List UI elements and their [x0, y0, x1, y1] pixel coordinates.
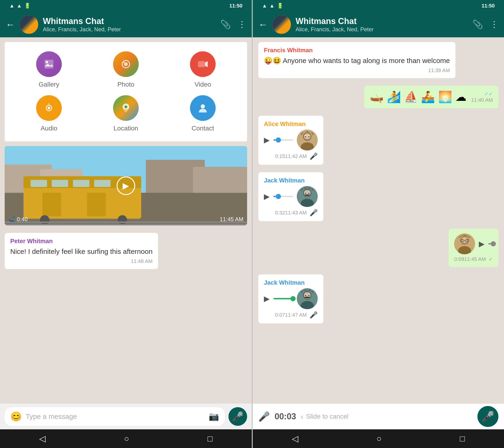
- more-menu-icon-right[interactable]: ⋮: [490, 19, 498, 29]
- jack-waveform: [273, 196, 293, 197]
- contact-icon: [190, 95, 216, 121]
- alice-play-button[interactable]: ▶: [264, 136, 270, 144]
- svg-point-41: [305, 193, 306, 194]
- rec-mic-icon[interactable]: 🎤: [258, 411, 270, 422]
- francis-message: Francis Whitman 😜😆 Anyone who wants to t…: [258, 42, 455, 78]
- svg-rect-4: [198, 61, 205, 67]
- svg-rect-21: [42, 193, 61, 216]
- peter-message-text: Nice! I definitely feel like surfing thi…: [10, 247, 152, 256]
- emoji-message-wrap: 🛶 🏄 ⛵ 🚣 🌅 ☁ ✓✓ 11:40 AM: [258, 86, 498, 112]
- play-button[interactable]: ▶: [117, 176, 135, 195]
- attach-gallery[interactable]: Gallery: [14, 51, 84, 88]
- emoji-ticks: ✓✓: [485, 91, 493, 97]
- svg-rect-0: [45, 60, 54, 69]
- location-icon: [113, 95, 139, 121]
- jack-dot: [276, 194, 281, 199]
- alice-sender: Alice Whitman: [264, 120, 318, 128]
- alice-time-mic: 11:42 AM 🎤: [285, 152, 318, 160]
- chat-info-right[interactable]: Whitmans Chat Alice, Francis, Jack, Ned,…: [296, 16, 468, 33]
- back-button-left[interactable]: ←: [6, 19, 15, 30]
- svg-rect-17: [31, 180, 47, 187]
- nav-home-left[interactable]: ○: [124, 434, 129, 444]
- francis-sender: Francis Whitman: [264, 47, 450, 54]
- outgoing-audio-message: ▶ 0:09 11:45 AM ✓: [449, 229, 498, 267]
- nav-bar-right: ◁ ○ □: [253, 429, 504, 448]
- signal-icon-right: ▲: [270, 3, 275, 9]
- mic-button-left[interactable]: 🎤: [229, 407, 247, 426]
- more-menu-icon-left[interactable]: ⋮: [238, 19, 246, 29]
- attachment-icon-right[interactable]: 📎: [472, 19, 483, 29]
- alice-time: 11:42 AM: [285, 153, 307, 159]
- nav-back-right[interactable]: ◁: [292, 434, 298, 444]
- nav-recent-right[interactable]: □: [460, 434, 465, 444]
- svg-rect-43: [306, 190, 309, 190]
- outgoing-progress: [488, 243, 490, 245]
- battery-icon: 🔋: [24, 3, 31, 9]
- status-time-left: 11:50: [229, 3, 242, 9]
- jack2-dot: [290, 296, 296, 301]
- svg-point-1: [46, 61, 48, 63]
- rec-slide-label: Slide to cancel: [306, 413, 348, 420]
- nav-home-right[interactable]: ○: [377, 434, 382, 444]
- emoji-button-left[interactable]: 😊: [10, 411, 22, 422]
- peter-sender: Peter Whitman: [10, 237, 152, 245]
- video-duration: 📹 0:40: [8, 216, 28, 223]
- location-label: Location: [113, 125, 138, 132]
- jack-audio2-wrap: Jack Whitman ▶: [258, 274, 498, 327]
- attach-audio[interactable]: Audio: [14, 95, 84, 132]
- outgoing-time: 11:45 AM: [464, 256, 486, 262]
- battery-icon-right: 🔋: [277, 3, 283, 9]
- audio-icon: [36, 95, 62, 121]
- jack2-waveform: [273, 298, 293, 299]
- alice-audio-message: Alice Whitman ▶: [258, 116, 323, 165]
- svg-point-7: [125, 105, 127, 108]
- jack2-audio-content: ▶: [264, 288, 318, 309]
- francis-time: 11:39 AM: [264, 67, 450, 74]
- attach-video[interactable]: Video: [168, 51, 238, 88]
- peter-message: Peter Whitman Nice! I definitely feel li…: [5, 233, 158, 269]
- attachment-icon-left[interactable]: 📎: [220, 19, 231, 29]
- jack-time-mic: 11:43 AM 🎤: [285, 209, 318, 216]
- message-input-left[interactable]: Type a message: [26, 412, 205, 420]
- outgoing-play-button[interactable]: ▶: [479, 239, 485, 248]
- alice-duration: 0:15: [275, 153, 285, 159]
- alice-dot: [276, 137, 281, 143]
- jack-duration: 0:32: [275, 210, 285, 216]
- attach-location[interactable]: Location: [91, 95, 161, 132]
- svg-point-24: [118, 215, 127, 224]
- video-message[interactable]: ▶ 📹 0:40 11:45 AM: [5, 146, 247, 225]
- rec-chevron: ‹: [301, 412, 303, 421]
- chat-subtitle-right: Alice, Francis, Jack, Ned, Peter: [296, 26, 468, 33]
- jack-audio-meta: 0:32 11:43 AM 🎤: [264, 209, 318, 216]
- attach-photo[interactable]: Photo: [91, 51, 161, 88]
- outgoing-audio-content: ▶: [454, 233, 493, 254]
- chat-header-right: ← Whitmans Chat Alice, Francis, Jack, Ne…: [253, 12, 504, 37]
- emoji-message: 🛶 🏄 ⛵ 🚣 🌅 ☁ ✓✓ 11:40 AM: [364, 86, 498, 108]
- video-thumbnail: ▶ 📹 0:40 11:45 AM: [5, 146, 247, 225]
- mic-button-right[interactable]: 🎤: [477, 406, 498, 427]
- video-icon: [190, 51, 216, 77]
- chat-body-right: Francis Whitman 😜😆 Anyone who wants to t…: [253, 37, 504, 404]
- svg-point-34: [308, 136, 310, 137]
- nav-back-left[interactable]: ◁: [39, 434, 46, 444]
- nav-recent-left[interactable]: □: [207, 434, 213, 444]
- svg-point-8: [201, 104, 205, 109]
- back-button-right[interactable]: ←: [258, 19, 268, 30]
- outgoing-time-tick: 11:45 AM ✓: [464, 256, 493, 262]
- chat-info-left[interactable]: Whitmans Chat Alice, Francis, Jack, Ned,…: [43, 16, 216, 33]
- emoji-content: 🛶 🏄 ⛵ 🚣 🌅 ☁: [370, 90, 467, 104]
- jack2-avatar: [297, 288, 318, 309]
- wifi-icon: ▲: [9, 3, 15, 9]
- header-icons-right: 📎 ⋮: [472, 19, 498, 29]
- status-time-right: 11:50: [482, 3, 495, 9]
- emoji-time: 11:40 AM: [471, 97, 493, 103]
- alice-audio-wrap: Alice Whitman ▶: [258, 116, 498, 169]
- alice-avatar: [297, 130, 318, 151]
- camera-button-left[interactable]: 📷: [209, 412, 219, 421]
- jack-play-button[interactable]: ▶: [264, 192, 270, 201]
- message-input-wrap[interactable]: 😊 Type a message 📷: [5, 407, 225, 426]
- chat-body-left: Gallery Photo: [0, 37, 252, 404]
- peter-message-wrap: Peter Whitman Nice! I definitely feel li…: [5, 233, 247, 271]
- jack2-play-button[interactable]: ▶: [264, 294, 270, 303]
- attach-contact[interactable]: Contact: [168, 95, 238, 132]
